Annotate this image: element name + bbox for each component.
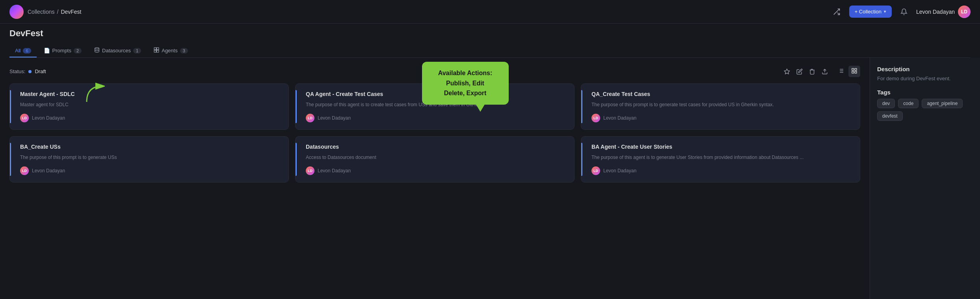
description-section: Description For demo during DevFest even… (877, 66, 973, 83)
add-collection-label: + Collection (855, 9, 881, 15)
tab-agents[interactable]: Agents 3 (148, 44, 193, 58)
svg-rect-15 (852, 68, 854, 70)
svg-rect-18 (852, 71, 854, 73)
card-description: The purpose of this prompt is to generat… (588, 101, 853, 108)
tag-dev[interactable]: dev (877, 99, 895, 108)
svg-marker-7 (784, 69, 789, 74)
breadcrumb: Collections / DevFest (28, 9, 82, 15)
tabs-bar: All 6 📄 Prompts 2 Datasources 1 (9, 44, 971, 58)
card-author-avatar: LD (20, 166, 29, 175)
header-right: + Collection ▾ Levon Dadayan LD (830, 6, 971, 18)
card-description: The purpose of this agent is to generate… (588, 154, 853, 161)
svg-rect-16 (855, 68, 857, 70)
card-title: BA Agent - Create User Stories (588, 144, 853, 150)
toolbar-right (781, 66, 860, 77)
tab-prompts-label: Prompts (52, 48, 71, 54)
card-left-bar (10, 90, 11, 123)
chevron-down-icon: ▾ (884, 9, 886, 14)
breadcrumb-collections[interactable]: Collections (28, 9, 54, 15)
edit-icon-button[interactable] (794, 66, 805, 77)
tab-datasources[interactable]: Datasources 1 (89, 44, 147, 58)
tab-all-label: All (15, 48, 20, 54)
breadcrumb-separator: / (57, 9, 58, 15)
tab-agents-label: Agents (162, 48, 177, 54)
tag-devfest[interactable]: devfest (877, 111, 903, 121)
page-title: DevFest (9, 28, 971, 39)
header: Collections / DevFest + Collection ▾ Lev… (0, 0, 980, 24)
card-author-avatar: LD (591, 166, 600, 175)
user-area[interactable]: Levon Dadayan LD (916, 6, 971, 18)
card-description: The purpose of this prompt is to generat… (17, 154, 281, 161)
svg-rect-5 (157, 50, 159, 52)
card-left-bar (10, 143, 11, 176)
tab-prompts-count: 2 (74, 48, 82, 54)
add-collection-button[interactable]: + Collection ▾ (849, 6, 892, 18)
view-toggle (835, 66, 860, 77)
card-left-bar (581, 90, 582, 123)
export-icon-button[interactable] (819, 66, 830, 77)
right-panel: Description For demo during DevFest even… (870, 58, 980, 299)
svg-rect-4 (157, 48, 159, 50)
tags-title: Tags (877, 89, 973, 96)
card-footer: LD Levon Dadayan (303, 166, 567, 175)
description-text: For demo during DevFest event. (877, 75, 973, 83)
tag-agent-pipeline[interactable]: agent_pipeline (922, 99, 963, 108)
main-layout: Available Actions:Publish, EditDelete, E… (0, 58, 980, 299)
card-author-name: Levon Dadayan (32, 115, 65, 121)
tags-container: dev code agent_pipeline devfest (877, 99, 973, 121)
tab-agents-count: 3 (180, 48, 188, 54)
card-author-name: Levon Dadayan (318, 168, 351, 173)
card-ba-create-uss[interactable]: BA_Create USs The purpose of this prompt… (9, 136, 289, 183)
toolbar-left: Status: Draft (9, 68, 46, 74)
sub-header: DevFest All 6 📄 Prompts 2 Datasources 1 (0, 24, 980, 58)
action-icons (781, 66, 830, 77)
tag-code[interactable]: code (898, 99, 919, 108)
breadcrumb-current: DevFest (61, 9, 81, 15)
card-title: Datasources (303, 144, 567, 150)
content-toolbar: Status: Draft (9, 66, 860, 77)
svg-rect-3 (154, 48, 156, 50)
status-value: Draft (35, 68, 46, 74)
user-avatar: LD (958, 6, 971, 18)
compare-icon-button[interactable] (830, 6, 843, 18)
app-logo (9, 5, 24, 19)
card-author-avatar: LD (20, 114, 29, 122)
description-title: Description (877, 66, 973, 72)
prompts-icon: 📄 (44, 48, 50, 54)
card-footer: LD Levon Dadayan (303, 114, 567, 122)
card-qa-agent[interactable]: QA Agent - Create Test Cases The purpose… (295, 83, 575, 130)
svg-point-2 (95, 48, 99, 49)
tab-prompts[interactable]: 📄 Prompts 2 (38, 44, 87, 57)
card-description: Access to Datasources document (303, 154, 567, 161)
card-title: QA_Create Test Cases (588, 91, 853, 97)
list-view-button[interactable] (835, 66, 847, 77)
svg-rect-6 (154, 50, 156, 52)
tab-all-count: 6 (23, 48, 31, 54)
tab-all[interactable]: All 6 (9, 44, 37, 57)
card-title: QA Agent - Create Test Cases (303, 91, 567, 97)
card-author-avatar: LD (591, 114, 600, 122)
card-title: Master Agent - SDLC (17, 91, 281, 97)
card-master-agent-sdlc[interactable]: Master Agent - SDLC Master agent for SDL… (9, 83, 289, 130)
delete-icon-button[interactable] (807, 66, 818, 77)
card-qa-create-test-cases[interactable]: QA_Create Test Cases The purpose of this… (581, 83, 860, 130)
tab-datasources-label: Datasources (102, 48, 131, 54)
card-footer: LD Levon Dadayan (588, 166, 853, 175)
agents-icon (154, 47, 159, 54)
datasources-icon (94, 47, 100, 54)
notification-icon-button[interactable] (898, 6, 910, 18)
status-dot (28, 70, 32, 73)
card-footer: LD Levon Dadayan (17, 166, 281, 175)
svg-rect-17 (855, 71, 857, 73)
status-label: Status: (9, 68, 25, 74)
card-author-avatar: LD (306, 114, 314, 122)
card-author-name: Levon Dadayan (603, 168, 636, 173)
card-datasources[interactable]: Datasources Access to Datasources docume… (295, 136, 575, 183)
grid-view-button[interactable] (848, 66, 860, 77)
publish-icon-button[interactable] (781, 66, 792, 77)
header-left: Collections / DevFest (9, 5, 82, 19)
card-ba-agent-user-stories[interactable]: BA Agent - Create User Stories The purpo… (581, 136, 860, 183)
tags-section: Tags dev code agent_pipeline devfest (877, 89, 973, 121)
tab-datasources-count: 1 (133, 48, 141, 54)
card-author-name: Levon Dadayan (603, 115, 636, 121)
